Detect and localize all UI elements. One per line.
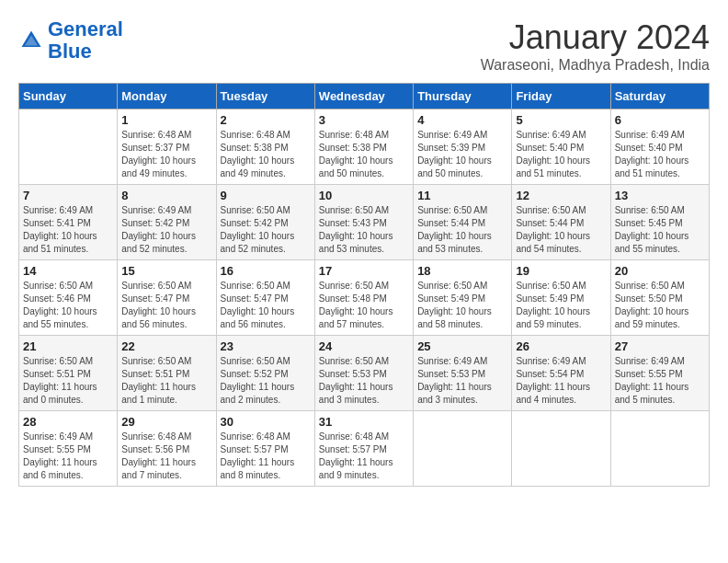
day-info: Sunrise: 6:48 AM Sunset: 5:38 PM Dayligh… <box>221 129 311 180</box>
calendar-cell: 11Sunrise: 6:50 AM Sunset: 5:44 PM Dayli… <box>414 185 512 260</box>
calendar-week-row: 21Sunrise: 6:50 AM Sunset: 5:51 PM Dayli… <box>19 336 710 411</box>
calendar-cell: 1Sunrise: 6:48 AM Sunset: 5:37 PM Daylig… <box>118 109 216 185</box>
title-block: January 2024 Waraseoni, Madhya Pradesh, … <box>481 18 710 74</box>
calendar-cell: 28Sunrise: 6:49 AM Sunset: 5:55 PM Dayli… <box>19 411 118 487</box>
day-info: Sunrise: 6:50 AM Sunset: 5:48 PM Dayligh… <box>319 280 409 331</box>
calendar-cell: 13Sunrise: 6:50 AM Sunset: 5:45 PM Dayli… <box>610 185 709 260</box>
calendar-week-row: 28Sunrise: 6:49 AM Sunset: 5:55 PM Dayli… <box>19 411 710 487</box>
weekday-header: Tuesday <box>216 84 314 109</box>
calendar-week-row: 14Sunrise: 6:50 AM Sunset: 5:46 PM Dayli… <box>19 260 710 336</box>
weekday-header: Saturday <box>610 84 709 109</box>
calendar-cell: 2Sunrise: 6:48 AM Sunset: 5:38 PM Daylig… <box>216 109 314 185</box>
day-info: Sunrise: 6:48 AM Sunset: 5:56 PM Dayligh… <box>121 431 211 482</box>
calendar-cell: 25Sunrise: 6:49 AM Sunset: 5:53 PM Dayli… <box>414 336 512 411</box>
calendar-table: SundayMondayTuesdayWednesdayThursdayFrid… <box>18 83 710 487</box>
day-number: 7 <box>23 189 113 202</box>
day-info: Sunrise: 6:50 AM Sunset: 5:52 PM Dayligh… <box>221 355 311 407</box>
calendar-cell: 8Sunrise: 6:49 AM Sunset: 5:42 PM Daylig… <box>118 185 216 260</box>
day-info: Sunrise: 6:50 AM Sunset: 5:47 PM Dayligh… <box>121 280 211 331</box>
calendar-cell: 26Sunrise: 6:49 AM Sunset: 5:54 PM Dayli… <box>512 336 610 411</box>
calendar-body: 1Sunrise: 6:48 AM Sunset: 5:37 PM Daylig… <box>19 109 710 487</box>
calendar-cell: 5Sunrise: 6:49 AM Sunset: 5:40 PM Daylig… <box>512 109 610 185</box>
day-info: Sunrise: 6:50 AM Sunset: 5:47 PM Dayligh… <box>221 280 311 331</box>
day-number: 26 <box>516 339 606 353</box>
day-number: 15 <box>121 264 211 278</box>
day-info: Sunrise: 6:48 AM Sunset: 5:57 PM Dayligh… <box>221 431 311 482</box>
day-number: 19 <box>516 264 606 278</box>
day-info: Sunrise: 6:50 AM Sunset: 5:51 PM Dayligh… <box>121 355 211 407</box>
calendar-cell <box>512 411 610 487</box>
weekday-header: Monday <box>118 84 216 109</box>
day-number: 24 <box>319 339 409 353</box>
calendar-cell: 27Sunrise: 6:49 AM Sunset: 5:55 PM Dayli… <box>610 336 709 411</box>
calendar-week-row: 7Sunrise: 6:49 AM Sunset: 5:41 PM Daylig… <box>19 185 710 260</box>
day-info: Sunrise: 6:50 AM Sunset: 5:49 PM Dayligh… <box>516 280 606 331</box>
calendar-cell: 17Sunrise: 6:50 AM Sunset: 5:48 PM Dayli… <box>314 260 413 336</box>
day-number: 2 <box>221 113 311 127</box>
location: Waraseoni, Madhya Pradesh, India <box>481 57 710 74</box>
day-number: 31 <box>319 415 409 429</box>
day-info: Sunrise: 6:49 AM Sunset: 5:40 PM Dayligh… <box>615 129 705 180</box>
calendar-cell: 30Sunrise: 6:48 AM Sunset: 5:57 PM Dayli… <box>216 411 314 487</box>
day-info: Sunrise: 6:50 AM Sunset: 5:51 PM Dayligh… <box>23 355 113 407</box>
day-number: 25 <box>417 339 507 353</box>
day-number: 5 <box>516 113 606 127</box>
calendar-cell: 14Sunrise: 6:50 AM Sunset: 5:46 PM Dayli… <box>19 260 118 336</box>
calendar-cell: 24Sunrise: 6:50 AM Sunset: 5:53 PM Dayli… <box>314 336 413 411</box>
logo: General Blue <box>18 18 123 63</box>
weekday-header: Sunday <box>19 84 118 109</box>
calendar-header-row: SundayMondayTuesdayWednesdayThursdayFrid… <box>19 84 710 109</box>
month-title: January 2024 <box>481 18 710 57</box>
calendar-cell: 29Sunrise: 6:48 AM Sunset: 5:56 PM Dayli… <box>118 411 216 487</box>
calendar-cell: 7Sunrise: 6:49 AM Sunset: 5:41 PM Daylig… <box>19 185 118 260</box>
day-info: Sunrise: 6:49 AM Sunset: 5:39 PM Dayligh… <box>417 129 507 180</box>
day-info: Sunrise: 6:49 AM Sunset: 5:53 PM Dayligh… <box>417 355 507 407</box>
day-number: 16 <box>221 264 311 278</box>
day-number: 28 <box>23 415 113 429</box>
day-number: 13 <box>615 189 705 202</box>
day-info: Sunrise: 6:48 AM Sunset: 5:37 PM Dayligh… <box>121 129 211 180</box>
weekday-header: Friday <box>512 84 610 109</box>
day-info: Sunrise: 6:50 AM Sunset: 5:53 PM Dayligh… <box>319 355 409 407</box>
calendar-cell <box>414 411 512 487</box>
day-info: Sunrise: 6:50 AM Sunset: 5:49 PM Dayligh… <box>417 280 507 331</box>
weekday-header: Wednesday <box>314 84 413 109</box>
day-number: 10 <box>319 189 409 202</box>
calendar-cell: 12Sunrise: 6:50 AM Sunset: 5:44 PM Dayli… <box>512 185 610 260</box>
calendar-cell: 19Sunrise: 6:50 AM Sunset: 5:49 PM Dayli… <box>512 260 610 336</box>
day-number: 20 <box>615 264 705 278</box>
calendar-cell <box>19 109 118 185</box>
calendar-cell: 16Sunrise: 6:50 AM Sunset: 5:47 PM Dayli… <box>216 260 314 336</box>
page-header: General Blue January 2024 Waraseoni, Mad… <box>18 18 710 74</box>
day-number: 21 <box>23 339 113 353</box>
day-info: Sunrise: 6:50 AM Sunset: 5:42 PM Dayligh… <box>221 204 311 256</box>
logo-icon <box>18 28 44 53</box>
day-info: Sunrise: 6:49 AM Sunset: 5:42 PM Dayligh… <box>121 204 211 256</box>
calendar-cell: 4Sunrise: 6:49 AM Sunset: 5:39 PM Daylig… <box>414 109 512 185</box>
calendar-cell: 3Sunrise: 6:48 AM Sunset: 5:38 PM Daylig… <box>314 109 413 185</box>
day-info: Sunrise: 6:50 AM Sunset: 5:43 PM Dayligh… <box>319 204 409 256</box>
day-info: Sunrise: 6:49 AM Sunset: 5:41 PM Dayligh… <box>23 204 113 256</box>
day-number: 30 <box>221 415 311 429</box>
calendar-cell: 21Sunrise: 6:50 AM Sunset: 5:51 PM Dayli… <box>19 336 118 411</box>
day-number: 1 <box>121 113 211 127</box>
day-info: Sunrise: 6:50 AM Sunset: 5:45 PM Dayligh… <box>615 204 705 256</box>
calendar-cell: 20Sunrise: 6:50 AM Sunset: 5:50 PM Dayli… <box>610 260 709 336</box>
calendar-cell: 31Sunrise: 6:48 AM Sunset: 5:57 PM Dayli… <box>314 411 413 487</box>
calendar-week-row: 1Sunrise: 6:48 AM Sunset: 5:37 PM Daylig… <box>19 109 710 185</box>
day-number: 29 <box>121 415 211 429</box>
day-number: 3 <box>319 113 409 127</box>
day-info: Sunrise: 6:49 AM Sunset: 5:54 PM Dayligh… <box>516 355 606 407</box>
calendar-cell: 6Sunrise: 6:49 AM Sunset: 5:40 PM Daylig… <box>610 109 709 185</box>
day-info: Sunrise: 6:50 AM Sunset: 5:44 PM Dayligh… <box>516 204 606 256</box>
day-number: 9 <box>221 189 311 202</box>
day-number: 22 <box>121 339 211 353</box>
day-number: 6 <box>615 113 705 127</box>
day-number: 17 <box>319 264 409 278</box>
calendar-cell: 15Sunrise: 6:50 AM Sunset: 5:47 PM Dayli… <box>118 260 216 336</box>
day-info: Sunrise: 6:48 AM Sunset: 5:38 PM Dayligh… <box>319 129 409 180</box>
calendar-cell: 22Sunrise: 6:50 AM Sunset: 5:51 PM Dayli… <box>118 336 216 411</box>
day-number: 18 <box>417 264 507 278</box>
day-number: 27 <box>615 339 705 353</box>
calendar-cell: 9Sunrise: 6:50 AM Sunset: 5:42 PM Daylig… <box>216 185 314 260</box>
